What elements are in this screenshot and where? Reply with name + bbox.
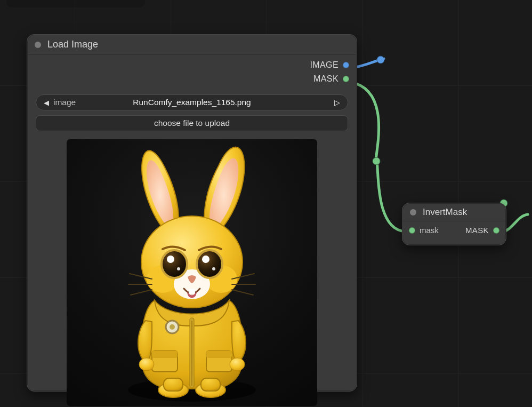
input-mask-port-icon[interactable] [409,227,415,234]
svg-point-0 [377,56,384,63]
output-mask-port-icon[interactable] [343,76,349,82]
widgets-area: ◀ image RunComfy_examples_1165.png ▷ cho… [36,94,348,131]
offscreen-node-shadow [6,0,145,7]
upload-button-label: choose file to upload [154,118,230,128]
input-mask-row[interactable]: mask [409,226,439,235]
node-invert-mask[interactable]: InvertMask mask MASK [402,203,506,245]
svg-point-1 [373,157,380,165]
bunny-illustration-icon [67,139,317,406]
node-outputs: IMAGE MASK [310,60,349,84]
collapse-dot-icon[interactable] [410,209,416,216]
svg-rect-8 [189,289,195,294]
output-image-row[interactable]: IMAGE [310,60,349,70]
svg-point-13 [177,267,180,270]
output-mask-row[interactable]: MASK [313,74,349,84]
svg-point-14 [212,267,215,270]
output-image-port-icon[interactable] [343,62,349,68]
image-select-label: image [53,98,76,107]
output-mask-row[interactable]: MASK [465,226,499,235]
svg-point-11 [167,256,174,263]
chevron-left-icon[interactable]: ◀ [44,99,49,107]
image-select-widget[interactable]: ◀ image RunComfy_examples_1165.png ▷ [36,94,348,110]
node-title: InvertMask [423,207,467,218]
node-title-bar[interactable]: Load Image [27,35,357,55]
svg-point-24 [230,358,245,371]
output-mask-port-icon[interactable] [493,227,499,234]
node-title: Load Image [47,39,98,50]
node-ports: mask MASK [402,221,506,242]
output-mask-label: MASK [313,74,338,84]
output-mask-label: MASK [465,226,489,235]
image-select-value: RunComfy_examples_1165.png [133,98,251,107]
collapse-dot-icon[interactable] [35,42,41,48]
output-image-label: IMAGE [310,60,338,70]
svg-point-12 [202,256,209,263]
chevron-right-icon[interactable]: ▷ [334,98,340,107]
svg-rect-27 [164,378,183,391]
node-load-image[interactable]: Load Image IMAGE MASK ◀ image RunComfy_e… [27,34,357,392]
svg-point-18 [170,324,175,330]
input-mask-label: mask [420,226,439,235]
svg-rect-20 [152,350,178,358]
image-preview[interactable] [67,139,317,406]
svg-point-23 [139,358,154,371]
node-title-bar[interactable]: InvertMask [402,203,506,221]
svg-rect-22 [206,350,232,358]
upload-button[interactable]: choose file to upload [36,115,348,131]
svg-point-9 [162,250,187,278]
node-graph-canvas[interactable]: Load Image IMAGE MASK ◀ image RunComfy_e… [0,0,532,407]
svg-point-10 [197,250,222,278]
svg-rect-28 [201,378,220,391]
